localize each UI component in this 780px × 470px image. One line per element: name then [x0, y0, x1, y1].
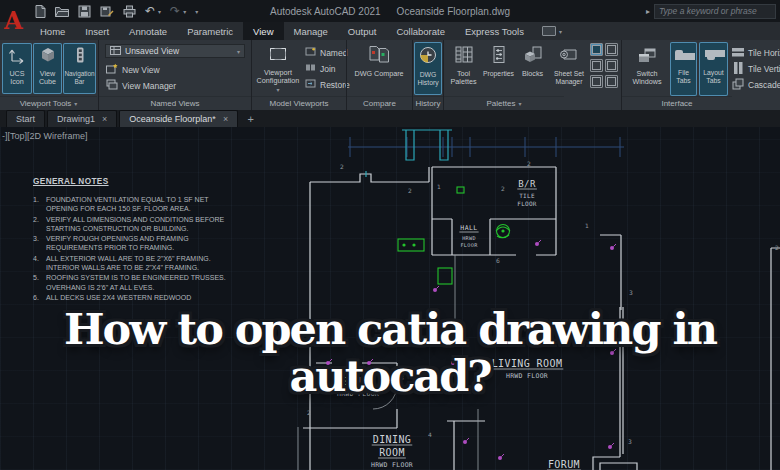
- autocad-window: A ↶▾ ↷▾ ▾ Autodesk AutoCAD 2021 Oceansid…: [0, 0, 780, 470]
- new-file-icon[interactable]: [34, 5, 46, 18]
- ucs-icon-button[interactable]: UCS Icon: [2, 43, 32, 94]
- new-view-icon: [106, 63, 118, 77]
- note-text: VERIFY ALL DIMENSIONS AND CONDITIONS BEF…: [46, 215, 224, 234]
- tile-horizontally-button[interactable]: Tile Horizontally: [732, 46, 780, 60]
- note-text: FOUNDATION VENTILATION EQUAL TO 1 SF NET…: [46, 195, 209, 214]
- save-icon[interactable]: [78, 5, 91, 18]
- general-notes-block: GENERAL NOTES 1.FOUNDATION VENTILATION E…: [33, 177, 311, 302]
- dimension-number: 2: [340, 163, 344, 170]
- dwg-compare-button[interactable]: DWG Compare: [353, 42, 405, 95]
- file-tabs-button[interactable]: File Tabs: [670, 42, 697, 96]
- general-note-item: 4.ALL EXTERIOR WALL ARE TO BE 2"X6" FRAM…: [33, 254, 311, 273]
- ribbon-tab-annotate[interactable]: Annotate: [119, 22, 177, 40]
- named-viewport-button[interactable]: Named: [305, 46, 347, 59]
- viewport-configuration-button[interactable]: Viewport Configuration ▾: [254, 42, 302, 95]
- note-text: ALL EXTERIOR WALL ARE TO BE 2"X6" FRAMIN…: [46, 254, 211, 273]
- note-number: 2.: [33, 215, 46, 234]
- view-manager-button[interactable]: View Manager: [106, 79, 176, 93]
- panel-expand-caret[interactable]: ▾: [518, 101, 521, 107]
- palette-mini-button-1[interactable]: [590, 43, 603, 56]
- dwg-history-button[interactable]: DWG History: [414, 42, 442, 95]
- new-drawing-tab-button[interactable]: +: [244, 113, 257, 126]
- dwg-history-icon: [418, 45, 438, 69]
- close-tab-icon[interactable]: ×: [223, 114, 228, 124]
- ribbon: UCS Icon View Cube Navigation Bar Viewpo…: [0, 40, 780, 110]
- close-tab-icon[interactable]: ×: [102, 114, 107, 124]
- new-view-button[interactable]: New View: [106, 63, 160, 77]
- file-tab-label: Oceanside Floorplan*: [129, 114, 216, 124]
- ribbon-tab-manage[interactable]: Manage: [284, 22, 338, 40]
- palette-mini-button-2[interactable]: [605, 43, 618, 56]
- note-number: 5.: [33, 273, 46, 292]
- ribbon-tab-output[interactable]: Output: [338, 22, 387, 40]
- button-label: New View: [122, 65, 160, 75]
- plot-icon[interactable]: [123, 5, 136, 18]
- file-tab-oceanside-floorplan-[interactable]: Oceanside Floorplan*×: [119, 110, 238, 127]
- button-label: Switch Windows: [626, 70, 668, 87]
- headline-line-1: How to open catia drawing in: [0, 306, 780, 353]
- undo-icon[interactable]: ↶: [145, 5, 155, 17]
- ribbon-tab-view[interactable]: View: [243, 22, 283, 40]
- file-tab-drawing1[interactable]: Drawing1×: [47, 110, 117, 127]
- ribbon-tab-collaborate[interactable]: Collaborate: [386, 22, 455, 40]
- navigation-bar-button[interactable]: Navigation Bar: [63, 43, 96, 94]
- properties-button[interactable]: Properties: [482, 42, 515, 95]
- undo-dropdown-caret[interactable]: ▾: [158, 8, 161, 15]
- search-arrow-icon[interactable]: ▸: [646, 7, 650, 16]
- view-cube-button[interactable]: View Cube: [33, 43, 62, 94]
- button-label: View Cube: [33, 70, 62, 87]
- switch-windows-button[interactable]: Switch Windows: [626, 43, 668, 95]
- dimension-number: 2: [501, 185, 505, 192]
- autocad-app-menu-logo[interactable]: A: [4, 6, 26, 38]
- palette-mini-button-3[interactable]: [590, 59, 603, 72]
- note-text: ROOFING SYSTEM IS TO BE ENGINEERED TRUSS…: [46, 273, 226, 292]
- sheet-set-manager-button[interactable]: Sheet Set Manager: [550, 42, 588, 95]
- general-note-item: 2.VERIFY ALL DIMENSIONS AND CONDITIONS B…: [33, 215, 311, 234]
- view-manager-icon: [106, 79, 118, 93]
- ribbon-display-toggle[interactable]: ▾: [542, 22, 562, 40]
- ribbon-display-caret[interactable]: ▾: [559, 28, 562, 35]
- join-viewport-button[interactable]: Join: [305, 62, 336, 75]
- dropdown-caret[interactable]: ▾: [276, 86, 279, 93]
- dropdown-caret[interactable]: ▾: [237, 48, 240, 55]
- drawing-canvas[interactable]: -][Top][2D Wireframe] GENERAL NOTES 1.FO…: [0, 127, 780, 470]
- general-notes-title: GENERAL NOTES: [33, 177, 311, 186]
- ribbon-tabs: HomeInsertAnnotateParametricViewManageOu…: [30, 22, 534, 40]
- button-label: Named: [320, 48, 347, 58]
- ribbon-tab-parametric[interactable]: Parametric: [177, 22, 243, 40]
- button-label: DWG Compare: [354, 70, 403, 78]
- redo-dropdown-caret[interactable]: ▾: [183, 8, 186, 15]
- room-name-label: ROOM: [379, 447, 405, 458]
- tile-vertically-icon: [732, 62, 744, 76]
- search-input[interactable]: Type a keyword or phrase: [654, 4, 776, 19]
- file-tab-start[interactable]: Start: [6, 110, 45, 127]
- layout-tabs-button[interactable]: Layout Tabs: [699, 42, 728, 96]
- view-dropdown[interactable]: Unsaved View ▾: [105, 44, 245, 58]
- ribbon-tab-home[interactable]: Home: [30, 22, 75, 40]
- button-label: Join: [320, 64, 336, 74]
- palette-mini-button-6[interactable]: [605, 75, 618, 88]
- cascade-button[interactable]: Cascade: [732, 78, 780, 92]
- panel-expand-caret[interactable]: ▾: [74, 101, 77, 107]
- panel-title[interactable]: Viewport Tools▾: [0, 96, 97, 110]
- panel-title[interactable]: Palettes▾: [444, 96, 564, 110]
- palette-mini-button-4[interactable]: [605, 59, 618, 72]
- save-as-icon[interactable]: [100, 5, 114, 18]
- ribbon-display-icon: [542, 26, 556, 36]
- palette-mini-button-5[interactable]: [590, 75, 603, 88]
- restore-viewport-icon: [305, 78, 316, 91]
- button-label: View Manager: [122, 81, 176, 91]
- ribbon-tab-express-tools[interactable]: Express Tools: [455, 22, 534, 40]
- ribbon-tab-bar: HomeInsertAnnotateParametricViewManageOu…: [0, 22, 780, 40]
- file-tabs-icon: [673, 45, 695, 67]
- open-file-icon[interactable]: [55, 6, 69, 17]
- tile-vertically-button[interactable]: Tile Vertically: [732, 62, 780, 76]
- blocks-button[interactable]: Blocks: [517, 42, 548, 95]
- panel-palettes: Tool Palettes Properties Blocks Sheet Se…: [444, 40, 621, 110]
- ribbon-tab-insert[interactable]: Insert: [75, 22, 119, 40]
- tool-palettes-button[interactable]: Tool Palettes: [447, 42, 480, 95]
- general-note-item: 6.ALL DECKS USE 2X4 WESTERN REDWOOD: [33, 293, 311, 302]
- note-number: 4.: [33, 254, 46, 273]
- restore-viewport-button[interactable]: Restore: [305, 78, 350, 91]
- qat-customize-caret[interactable]: ▾: [195, 8, 198, 15]
